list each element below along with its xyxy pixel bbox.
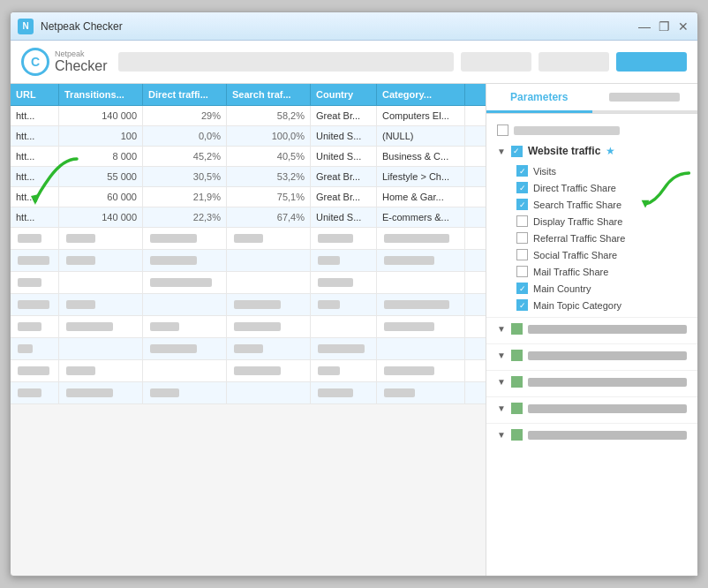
extra-toggle-3[interactable]: ▼: [497, 403, 506, 413]
param-item-visits[interactable]: ✓ Visits: [513, 162, 697, 179]
extra-section-3[interactable]: ▼: [486, 396, 697, 419]
extra-toggle-1[interactable]: ▼: [497, 351, 506, 360]
table-row[interactable]: htt... 55 000 30,5% 53,2% Great Br... Li…: [11, 167, 486, 187]
extra-section-2[interactable]: ▼: [486, 370, 697, 393]
url-input-placeholder[interactable]: [118, 52, 454, 72]
main-window: N Netpeak Checker — ❐ ✕ C Netpeak Checke…: [10, 11, 698, 577]
cell-direct-2: 45,2%: [143, 147, 227, 166]
extra-color-box-2[interactable]: [511, 376, 523, 388]
col-country[interactable]: Country: [311, 84, 377, 105]
sidebar-content: ▼ ✓ Website traffic ★ ✓ Visits ✓ Direct …: [486, 114, 697, 576]
extra-toggle-2[interactable]: ▼: [497, 377, 506, 387]
tab-secondary[interactable]: [592, 84, 698, 113]
section-website-traffic[interactable]: ▼ ✓ Website traffic ★: [486, 139, 697, 162]
action-button[interactable]: [616, 52, 687, 72]
table-row[interactable]: htt... 100 0,0% 100,0% United S... (NULL…: [11, 126, 486, 147]
header-toolbar: [118, 52, 687, 72]
table-row[interactable]: htt... 140 000 29% 58,2% Great Br... Com…: [11, 106, 486, 126]
extra-bar-2: [528, 378, 687, 387]
input-placeholder-2[interactable]: [461, 52, 531, 72]
param-checkbox-1[interactable]: ✓: [516, 182, 528, 193]
cell-direct-4: 21,9%: [143, 187, 227, 207]
table-row-empty: [11, 382, 486, 404]
cell-trans-1: 100: [59, 126, 143, 146]
param-checkbox-4[interactable]: [516, 232, 528, 244]
param-item-main-topic[interactable]: ✓ Main Topic Category: [513, 297, 697, 313]
param-item-social-traffic[interactable]: Social Traffic Share: [513, 246, 697, 263]
param-checkbox-7[interactable]: ✓: [516, 283, 528, 294]
extra-section-0[interactable]: ▼: [486, 317, 697, 340]
param-item-mail-traffic[interactable]: Mail Traffic Share: [513, 263, 697, 280]
table-row-empty: [11, 338, 486, 360]
param-checkbox-8[interactable]: ✓: [516, 299, 528, 311]
table-row-empty: [11, 272, 486, 294]
cell-country-4: Great Br...: [311, 187, 377, 207]
section-toggle-icon[interactable]: ▼: [497, 147, 506, 156]
top-checkbox[interactable]: [497, 124, 508, 136]
tab-parameters[interactable]: Parameters: [486, 84, 592, 113]
param-item-search-traffic[interactable]: ✓ Search Traffic Share: [513, 196, 697, 213]
minimize-button[interactable]: —: [637, 19, 652, 34]
param-checkbox-2[interactable]: ✓: [516, 199, 528, 210]
cell-trans-4: 60 000: [59, 187, 143, 207]
section-label: Website traffic: [528, 145, 600, 157]
cell-cat-2: Business & C...: [377, 147, 465, 166]
cell-url-0: htt...: [11, 106, 59, 125]
extra-bar-3: [528, 404, 687, 413]
cell-url-5: htt...: [11, 207, 59, 227]
param-item-direct-traffic[interactable]: ✓ Direct Traffic Share: [513, 179, 697, 196]
input-placeholder-3[interactable]: [539, 52, 609, 72]
table-row[interactable]: htt... 8 000 45,2% 40,5% United S... Bus…: [11, 147, 486, 167]
cell-cat-3: Lifestyle > Ch...: [377, 167, 465, 186]
param-checkbox-6[interactable]: [516, 266, 528, 277]
extra-section-1[interactable]: ▼: [486, 343, 697, 366]
cell-country-0: Great Br...: [311, 106, 377, 125]
col-category[interactable]: Category...: [377, 84, 465, 105]
extra-section-4[interactable]: ▼: [486, 423, 697, 446]
cell-url-2: htt...: [11, 147, 59, 166]
logo-icon: C: [21, 48, 49, 76]
col-transitions[interactable]: Transitions...: [59, 84, 143, 105]
param-checkbox-0[interactable]: ✓: [516, 165, 528, 177]
param-label-5: Social Traffic Share: [533, 250, 617, 260]
section-items: ✓ Visits ✓ Direct Traffic Share ✓ Search…: [486, 162, 697, 313]
top-bar: [514, 126, 620, 135]
maximize-button[interactable]: ❐: [657, 19, 671, 34]
col-direct[interactable]: Direct traffi...: [143, 84, 227, 105]
extra-toggle-4[interactable]: ▼: [497, 430, 506, 440]
cell-url-1: htt...: [11, 126, 59, 146]
param-item-referral-traffic[interactable]: Referral Traffic Share: [513, 230, 697, 246]
cell-search-0: 58,2%: [227, 106, 311, 125]
cell-country-3: Great Br...: [311, 167, 377, 186]
table-row-empty: [11, 250, 486, 272]
extra-bar-1: [528, 351, 687, 360]
table-row[interactable]: htt... 60 000 21,9% 75,1% Great Br... Ho…: [11, 187, 486, 207]
cell-country-5: United S...: [311, 207, 377, 227]
param-item-display-traffic[interactable]: Display Traffic Share: [513, 213, 697, 230]
logo-sub: Netpeak: [55, 49, 108, 58]
col-search[interactable]: Search traf...: [227, 84, 311, 105]
param-label-8: Main Topic Category: [533, 300, 621, 311]
table-row-empty: [11, 360, 486, 382]
param-item-main-country[interactable]: ✓ Main Country: [513, 280, 697, 297]
extra-color-box-4[interactable]: [511, 429, 523, 441]
extra-color-box-3[interactable]: [511, 403, 523, 414]
top-checkbox-row[interactable]: [486, 121, 697, 139]
cell-trans-2: 8 000: [59, 147, 143, 166]
close-button[interactable]: ✕: [676, 19, 690, 34]
col-url[interactable]: URL: [11, 84, 59, 105]
table-area: URL Transitions... Direct traffi... Sear…: [11, 84, 486, 576]
param-label-0: Visits: [533, 166, 556, 177]
table-row[interactable]: htt... 140 000 22,3% 67,4% United S... E…: [11, 207, 486, 228]
param-checkbox-5[interactable]: [516, 249, 528, 260]
section-checkbox[interactable]: ✓: [511, 146, 523, 157]
star-icon: ★: [606, 145, 615, 157]
extra-toggle-0[interactable]: ▼: [497, 324, 506, 334]
param-checkbox-3[interactable]: [516, 215, 528, 227]
cell-cat-1: (NULL): [377, 126, 465, 146]
extra-color-box-1[interactable]: [511, 350, 523, 361]
cell-search-5: 67,4%: [227, 207, 311, 227]
extra-color-box-0[interactable]: [511, 323, 523, 335]
app-icon: N: [18, 19, 34, 34]
table-header: URL Transitions... Direct traffi... Sear…: [11, 84, 486, 106]
